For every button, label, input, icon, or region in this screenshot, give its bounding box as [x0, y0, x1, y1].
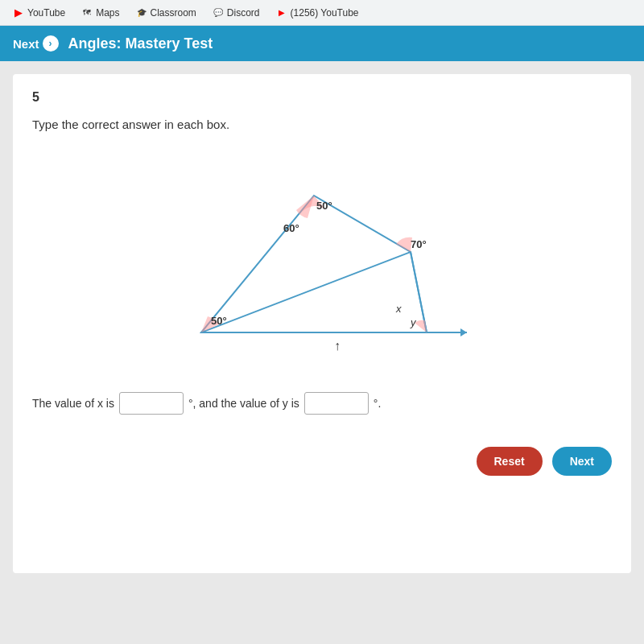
label-50-top: 50° — [316, 200, 332, 212]
answer-text-between: °, and the value of y is — [188, 397, 299, 410]
bookmark-maps[interactable]: 🗺 Maps — [75, 6, 126, 20]
diagram-container: 50° 60° 70° 50° x y ↑ — [48, 147, 612, 373]
classroom-icon: 🎓 — [136, 7, 147, 19]
answer-text-before-x: The value of x is — [32, 397, 114, 410]
next-arrow-icon: › — [43, 35, 59, 52]
next-button[interactable]: Next — [552, 447, 612, 476]
label-50-bottom: 50° — [211, 315, 227, 327]
angle-top-right-pink — [396, 237, 412, 252]
ixl-header: Next › Angles: Mastery Test — [0, 26, 644, 61]
x-input[interactable] — [119, 392, 184, 415]
bookmark-youtube[interactable]: ▶ YouTube — [6, 6, 72, 20]
y-input[interactable] — [304, 392, 369, 415]
discord-icon: 💬 — [213, 7, 224, 19]
youtube2-icon: ▶ — [276, 7, 287, 19]
arrow-head — [460, 328, 467, 336]
outer-quadrilateral — [201, 196, 427, 332]
main-content: 5 Type the correct answer in each box. — [0, 61, 644, 644]
page-title: Angles: Mastery Test — [68, 35, 213, 52]
bookmark-maps-label: Maps — [96, 7, 119, 19]
bookmark-youtube-label: YouTube — [27, 7, 65, 19]
bookmark-youtube2-label: (1256) YouTube — [291, 7, 359, 19]
header-next-button[interactable]: Next › — [13, 35, 59, 52]
label-70: 70° — [411, 238, 427, 250]
angle-y-pink — [415, 320, 427, 332]
question-number: 5 — [32, 90, 612, 105]
bookmark-classroom-label: Classroom — [151, 7, 196, 19]
bookmark-discord[interactable]: 💬 Discord — [206, 6, 266, 20]
answer-text-after: °. — [374, 397, 382, 410]
maps-icon: 🗺 — [81, 7, 93, 19]
bookmark-classroom[interactable]: 🎓 Classroom — [130, 6, 203, 20]
answer-row: The value of x is °, and the value of y … — [32, 392, 612, 415]
youtube-icon: ▶ — [13, 7, 24, 19]
question-instruction: Type the correct answer in each box. — [32, 118, 612, 131]
buttons-row: Reset Next — [32, 447, 612, 476]
bookmark-discord-label: Discord — [227, 7, 260, 19]
label-60: 60° — [283, 222, 299, 234]
reset-button[interactable]: Reset — [477, 447, 543, 476]
bookmarks-bar: ▶ YouTube 🗺 Maps 🎓 Classroom 💬 Discord ▶… — [0, 0, 644, 26]
header-next-label: Next — [13, 37, 39, 51]
geometry-diagram: 50° 60° 70° 50° x y ↑ — [177, 147, 483, 373]
cursor-icon: ↑ — [334, 339, 341, 353]
question-card: 5 Type the correct answer in each box. — [13, 74, 631, 573]
label-x: x — [395, 303, 402, 315]
bookmark-youtube2[interactable]: ▶ (1256) YouTube — [270, 6, 365, 20]
